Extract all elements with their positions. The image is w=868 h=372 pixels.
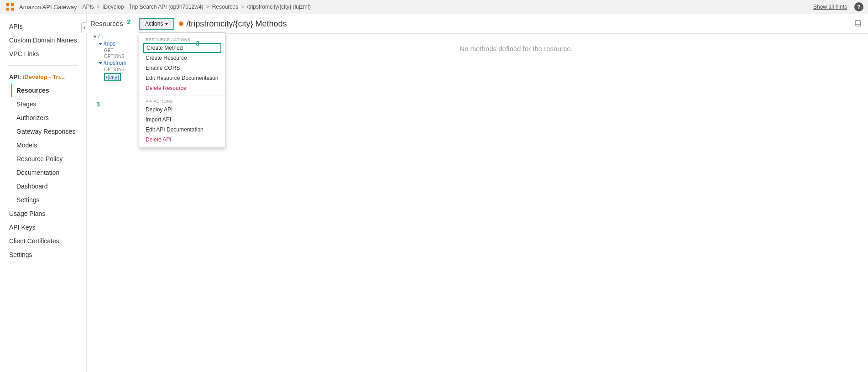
nav-resource-policy[interactable]: Resource Policy: [0, 152, 86, 166]
nav-client-certificates[interactable]: Client Certificates: [0, 234, 86, 248]
page-title: /tripsfromcity/{city} Methods: [186, 19, 287, 29]
chevron-right-icon: >: [97, 4, 100, 10]
resources-heading: Resources: [90, 20, 123, 27]
annotation-1: 1: [97, 100, 100, 108]
collapse-nav-toggle[interactable]: [81, 22, 87, 33]
breadcrumb-apis[interactable]: APIs: [82, 4, 94, 10]
nav-vpc-links[interactable]: VPC Links: [0, 47, 86, 61]
tree-city-link[interactable]: /{city}: [106, 74, 119, 80]
chevron-right-icon: >: [241, 4, 244, 10]
annotation-2: 2: [127, 18, 131, 26]
status-dot-icon: [179, 21, 183, 26]
show-all-hints-link[interactable]: Show all hints: [813, 4, 847, 10]
caret-down-icon: [99, 43, 102, 45]
nav-apis[interactable]: APIs: [0, 20, 86, 33]
nav-resources[interactable]: Resources: [11, 84, 86, 97]
caret-down-icon: [93, 36, 97, 38]
svg-rect-0: [6, 3, 9, 6]
nav-authorizers[interactable]: Authorizers: [0, 111, 86, 125]
dropdown-deploy-api[interactable]: Deploy API: [139, 105, 225, 115]
breadcrumb-resource[interactable]: /tripsfromcity/{city} (lujzmf): [247, 4, 311, 10]
dropdown-delete-api[interactable]: Delete API: [139, 135, 225, 145]
breadcrumb: APIs > iDevelop - Trip Search API (op9h7…: [82, 4, 311, 10]
nav-models[interactable]: Models: [0, 138, 86, 152]
nav-api-keys[interactable]: API Keys: [0, 220, 86, 234]
caret-down-icon: [99, 62, 102, 64]
dropdown-section-resource: RESOURCE ACTIONS: [139, 36, 225, 43]
dropdown-create-resource[interactable]: Create Resource: [139, 53, 225, 63]
nav-custom-domain[interactable]: Custom Domain Names: [0, 33, 86, 47]
dropdown-delete-resource[interactable]: Delete Resource: [139, 83, 225, 93]
svg-rect-2: [6, 8, 9, 10]
dropdown-import-api[interactable]: Import API: [139, 115, 225, 125]
nav-stages[interactable]: Stages: [0, 97, 86, 111]
tree-tripsfrom-link[interactable]: /tripsfrom: [104, 60, 126, 66]
content-area: 2 Actions RESOURCE ACTIONS Create Method…: [164, 14, 868, 372]
nav-usage-plans[interactable]: Usage Plans: [0, 207, 86, 220]
content-header: 2 Actions RESOURCE ACTIONS Create Method…: [164, 14, 868, 34]
actions-button[interactable]: Actions: [139, 18, 174, 30]
chevron-right-icon: >: [206, 4, 209, 10]
dropdown-section-api: API ACTIONS: [139, 97, 225, 105]
nav-divider: [8, 65, 78, 66]
aws-logo-icon: [5, 1, 16, 12]
nav-settings-global[interactable]: Settings: [0, 248, 86, 262]
tree-trips-link[interactable]: /trips: [104, 41, 115, 47]
nav-api-value: iDevelop - Tri...: [23, 73, 65, 80]
service-name: Amazon API Gateway: [19, 4, 77, 10]
dropdown-enable-cors[interactable]: Enable CORS: [139, 63, 225, 73]
breadcrumb-api[interactable]: iDevelop - Trip Search API (op9h7012w4): [103, 4, 204, 10]
nav-dashboard[interactable]: Dashboard: [0, 179, 86, 193]
nav-api-key: API:: [9, 73, 21, 80]
svg-rect-3: [11, 8, 14, 10]
annotation-3: 3: [196, 39, 199, 47]
dropdown-edit-api-doc[interactable]: Edit API Documentation: [139, 125, 225, 135]
dropdown-create-method[interactable]: Create Method: [143, 43, 221, 53]
book-icon[interactable]: [854, 19, 863, 29]
nav-api-label: API: iDevelop - Tri...: [0, 70, 86, 84]
nav-gateway-responses[interactable]: Gateway Responses: [0, 125, 86, 138]
dropdown-divider: [139, 95, 225, 95]
nav-settings[interactable]: Settings: [0, 193, 86, 207]
topbar: Amazon API Gateway APIs > iDevelop - Tri…: [0, 0, 868, 14]
left-nav: APIs Custom Domain Names VPC Links API: …: [0, 14, 87, 372]
tree-root-link[interactable]: /: [98, 33, 99, 40]
dropdown-edit-resource-doc[interactable]: Edit Resource Documentation: [139, 73, 225, 83]
no-methods-message: No methods defined for the resource.: [164, 34, 868, 52]
nav-documentation[interactable]: Documentation: [0, 166, 86, 179]
actions-dropdown: RESOURCE ACTIONS Create Method 3 Create …: [139, 32, 225, 148]
breadcrumb-resources[interactable]: Resources: [212, 4, 238, 10]
help-icon[interactable]: ?: [854, 2, 863, 11]
svg-rect-1: [11, 3, 14, 6]
